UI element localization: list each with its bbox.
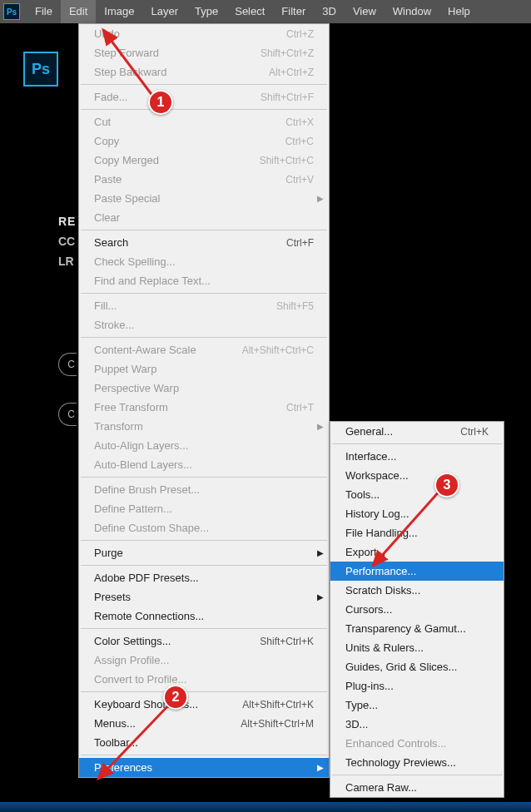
edit-menu-item-remote-connections[interactable]: Remote Connections... <box>79 607 329 626</box>
app-icon: Ps <box>3 3 20 20</box>
pref-menu-item-cursors[interactable]: Cursors... <box>330 600 504 619</box>
edit-menu-item-define-brush-preset: Define Brush Preset... <box>79 480 329 499</box>
edit-menu-item-step-backward: Step BackwardAlt+Ctrl+Z <box>79 62 329 82</box>
edit-menu-item-preferences[interactable]: Preferences▶ <box>79 758 329 777</box>
edit-menu-item-shortcut: Alt+Ctrl+Z <box>269 67 314 78</box>
menu-layer[interactable]: Layer <box>143 0 187 23</box>
edit-menu-item-shortcut: Ctrl+T <box>286 402 314 413</box>
edit-menu-item-label: Stroke... <box>94 319 314 331</box>
welcome-lr-label: LR <box>58 255 76 268</box>
edit-menu-item-puppet-warp: Puppet Warp <box>79 359 329 379</box>
edit-menu-item-label: Auto-Align Layers... <box>94 439 314 452</box>
edit-menu-item-stroke: Stroke... <box>79 315 329 334</box>
pref-menu-item-plug-ins[interactable]: Plug-ins... <box>330 676 504 696</box>
pref-menu-item-label: Plug-ins... <box>345 680 489 692</box>
edit-menu-item-paste: PasteCtrl+V <box>79 170 329 189</box>
pref-menu-item-label: Technology Previews... <box>345 756 489 769</box>
pref-menu-item-label: Interface... <box>345 450 489 463</box>
pref-menu-item-units-rulers[interactable]: Units & Rulers... <box>330 638 504 657</box>
edit-menu-item-define-custom-shape: Define Custom Shape... <box>79 518 329 537</box>
pill-button-1[interactable]: C <box>58 353 77 376</box>
edit-menu-item-label: Menus... <box>94 717 241 730</box>
edit-menu-separator <box>81 691 327 692</box>
pref-menu-item-history-log[interactable]: History Log... <box>330 504 504 523</box>
pref-menu-item-label: Guides, Grid & Slices... <box>345 661 489 673</box>
edit-menu-item-transform: Transform▶ <box>79 417 329 436</box>
pref-menu-item-interface[interactable]: Interface... <box>330 447 504 466</box>
edit-menu-item-search[interactable]: SearchCtrl+F <box>79 233 329 252</box>
pref-menu-item-general[interactable]: General...Ctrl+K <box>330 422 504 441</box>
pref-menu-item-label: Export... <box>345 546 489 558</box>
pill-button-2[interactable]: C <box>58 403 77 426</box>
edit-menu-item-label: Copy <box>94 135 285 147</box>
edit-menu-item-label: Transform <box>94 420 314 433</box>
pref-menu-item-type[interactable]: Type... <box>330 696 504 715</box>
edit-menu-item-copy-merged: Copy MergedShift+Ctrl+C <box>79 151 329 170</box>
edit-menu-dropdown: UndoCtrl+ZStep ForwardShift+Ctrl+ZStep B… <box>78 23 330 778</box>
edit-menu-item-label: Puppet Warp <box>94 363 314 375</box>
edit-menu-item-label: Color Settings... <box>94 635 260 647</box>
edit-menu-item-label: Free Transform <box>94 401 286 413</box>
pref-menu-item-export[interactable]: Export... <box>330 542 504 562</box>
edit-menu-item-purge[interactable]: Purge▶ <box>79 543 329 562</box>
submenu-arrow-icon: ▶ <box>317 592 324 602</box>
edit-menu-item-shortcut: Ctrl+F <box>286 237 314 249</box>
menu-3d[interactable]: 3D <box>314 0 345 23</box>
edit-menu-item-color-settings[interactable]: Color Settings...Shift+Ctrl+K <box>79 631 329 651</box>
edit-menu-item-keyboard-shortcuts[interactable]: Keyboard Shortcuts...Alt+Shift+Ctrl+K <box>79 695 329 714</box>
pref-menu-item-performance[interactable]: Performance... <box>330 562 504 581</box>
edit-menu-item-shortcut: Alt+Shift+Ctrl+K <box>242 699 314 710</box>
pref-menu-item-file-handling[interactable]: File Handling... <box>330 523 504 542</box>
edit-menu-item-label: Undo <box>94 27 286 40</box>
pref-menu-item-enhanced-controls: Enhanced Controls... <box>330 734 504 753</box>
menu-window[interactable]: Window <box>385 0 439 23</box>
edit-menu-item-label: Step Forward <box>94 47 261 59</box>
edit-menu-item-presets[interactable]: Presets▶ <box>79 587 329 607</box>
menu-select[interactable]: Select <box>226 0 273 23</box>
edit-menu-item-shortcut: Shift+Ctrl+C <box>260 155 314 166</box>
edit-menu-separator <box>81 565 327 566</box>
edit-menu-item-label: Copy Merged <box>94 154 260 166</box>
menu-help[interactable]: Help <box>439 0 479 23</box>
pref-menu-item-label: Performance... <box>345 565 489 577</box>
annotation-badge-1: 1 <box>148 90 173 115</box>
edit-menu-item-label: Define Custom Shape... <box>94 522 314 534</box>
edit-menu-separator <box>81 84 327 85</box>
edit-menu-item-label: Paste <box>94 173 285 186</box>
welcome-recent-label: RE <box>58 215 76 228</box>
pref-menu-item-label: Transparency & Gamut... <box>345 622 489 635</box>
edit-menu-item-label: Check Spelling... <box>94 255 314 268</box>
menu-view[interactable]: View <box>345 0 385 23</box>
edit-menu-separator <box>81 540 327 541</box>
pref-menu-item-technology-previews[interactable]: Technology Previews... <box>330 753 504 772</box>
menu-edit[interactable]: Edit <box>61 0 96 23</box>
edit-menu-item-clear: Clear <box>79 208 329 227</box>
edit-menu-item-label: Assign Profile... <box>94 654 314 666</box>
pref-menu-item-tools[interactable]: Tools... <box>330 485 504 504</box>
edit-menu-item-adobe-pdf-presets[interactable]: Adobe PDF Presets... <box>79 568 329 587</box>
pref-menu-item-workspace[interactable]: Workspace... <box>330 466 504 485</box>
edit-menu-item-auto-align-layers: Auto-Align Layers... <box>79 436 329 455</box>
edit-menu-item-paste-special: Paste Special▶ <box>79 189 329 208</box>
pref-menu-item-guides-grid-slices[interactable]: Guides, Grid & Slices... <box>330 657 504 676</box>
edit-menu-item-label: Define Pattern... <box>94 503 314 515</box>
edit-menu-item-label: Auto-Blend Layers... <box>94 458 314 471</box>
edit-menu-item-find-and-replace-text: Find and Replace Text... <box>79 271 329 290</box>
submenu-arrow-icon: ▶ <box>317 194 324 203</box>
menu-type[interactable]: Type <box>186 0 226 23</box>
edit-menu-item-menus[interactable]: Menus...Alt+Shift+Ctrl+M <box>79 714 329 733</box>
edit-menu-item-label: Toolbar... <box>94 736 314 749</box>
pref-menu-item-3d[interactable]: 3D... <box>330 715 504 734</box>
edit-menu-item-toolbar[interactable]: Toolbar... <box>79 733 329 752</box>
menu-image[interactable]: Image <box>96 0 142 23</box>
menu-file[interactable]: File <box>27 0 61 23</box>
pref-menu-item-transparency-gamut[interactable]: Transparency & Gamut... <box>330 619 504 638</box>
edit-menu-item-define-pattern: Define Pattern... <box>79 499 329 518</box>
edit-menu-item-free-transform: Free TransformCtrl+T <box>79 398 329 417</box>
edit-menu-item-shortcut: Shift+F5 <box>276 300 314 312</box>
pref-menu-item-scratch-disks[interactable]: Scratch Disks... <box>330 581 504 600</box>
welcome-cc-label: CC <box>58 235 76 248</box>
edit-menu-item-label: Clear <box>94 211 314 224</box>
menu-filter[interactable]: Filter <box>273 0 314 23</box>
pref-menu-item-camera-raw[interactable]: Camera Raw... <box>330 778 504 797</box>
